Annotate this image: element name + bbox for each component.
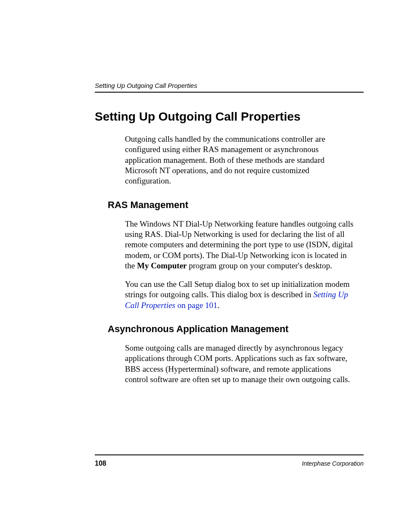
async-paragraph-1: Some outgoing calls are managed directly… <box>125 343 355 385</box>
bold-my-computer: My Computer <box>137 261 187 270</box>
intro-paragraph: Outgoing calls handled by the communicat… <box>125 134 355 187</box>
page-footer: 108 Interphase Corporation <box>95 454 364 467</box>
running-head: Setting Up Outgoing Call Properties <box>95 82 364 89</box>
document-page: Setting Up Outgoing Call Properties Sett… <box>0 0 411 532</box>
section-heading-ras: RAS Management <box>108 199 364 211</box>
header-rule <box>95 92 364 93</box>
page-title: Setting Up Outgoing Call Properties <box>95 110 364 124</box>
link-tail-part: on page 101 <box>175 301 218 310</box>
section-heading-async: Asynchronous Application Management <box>108 324 364 335</box>
footer-rule <box>95 454 364 455</box>
footer-corporation: Interphase Corporation <box>302 460 364 467</box>
text-run: . <box>218 301 220 310</box>
text-run: program group on your computer's desktop… <box>187 261 332 270</box>
footer-row: 108 Interphase Corporation <box>95 460 364 467</box>
ras-paragraph-2: You can use the Call Setup dialog box to… <box>125 279 355 311</box>
ras-paragraph-1: The Windows NT Dial-Up Networking featur… <box>125 219 355 271</box>
page-number: 108 <box>95 460 106 467</box>
